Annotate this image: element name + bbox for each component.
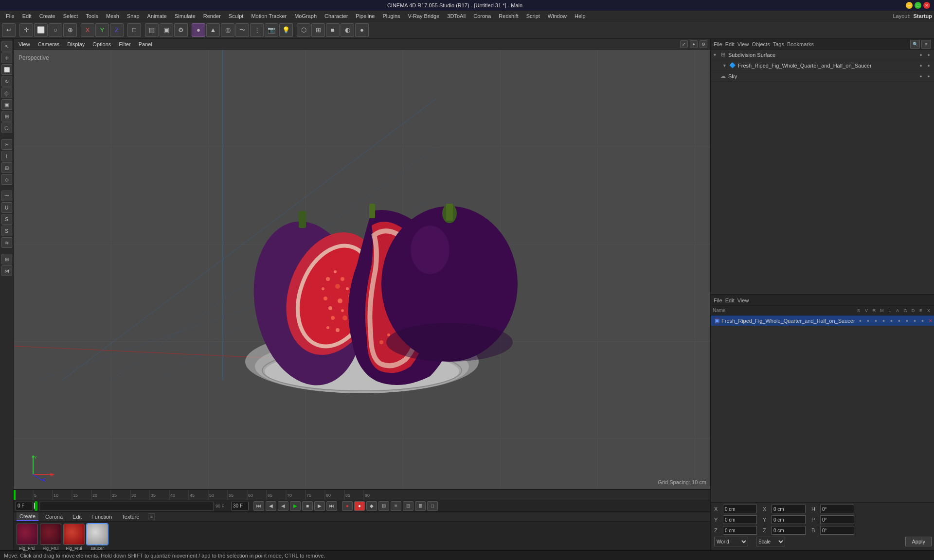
apply-button[interactable]: Apply	[905, 537, 932, 546]
display-mode-4[interactable]: ◐	[341, 23, 354, 37]
menu-3dto[interactable]: 3DToAll	[443, 12, 469, 20]
sphere-primitive[interactable]: ●	[192, 23, 205, 37]
obj-item-fig[interactable]: ▼ 🔷 Fresh_Riped_Fig_Whole_Quarter_and_Ha…	[711, 60, 934, 71]
sidebar-pointer[interactable]: ↖	[1, 41, 12, 52]
obj-item-subdivision[interactable]: ▼ ⊞ Subdivision Surface ● ●	[711, 50, 934, 60]
vp-menu-filter[interactable]: Filter	[117, 40, 132, 48]
sidebar-brush[interactable]: S	[1, 214, 12, 225]
record-params-button[interactable]: ●	[354, 501, 365, 511]
x-axis[interactable]: X	[81, 23, 94, 37]
maximize-button[interactable]: □	[915, 2, 921, 9]
sidebar-sym[interactable]: ⋈	[1, 265, 12, 276]
sidebar-s2[interactable]: S	[1, 226, 12, 236]
material-item-3[interactable]: Fig_Frui	[63, 524, 85, 551]
play-reverse-button[interactable]: ◀	[278, 501, 288, 511]
obj-sky-vis[interactable]: ●	[917, 73, 924, 80]
torus-primitive[interactable]: ◎	[221, 23, 234, 37]
menu-script[interactable]: Script	[522, 12, 544, 20]
sidebar-knife[interactable]: ✂	[1, 139, 12, 150]
prev-frame-button[interactable]: ◀	[266, 501, 276, 511]
obj-visible-btn[interactable]: ●	[917, 52, 924, 58]
deformer-tool[interactable]: ⋮	[250, 23, 264, 37]
menu-corona[interactable]: Corona	[469, 12, 495, 20]
display-mode-5[interactable]: ●	[355, 23, 369, 37]
menu-create[interactable]: Create	[36, 12, 59, 20]
coord-z-size[interactable]	[772, 526, 806, 535]
sidebar-move[interactable]: ✛	[1, 52, 12, 63]
attr-edit-btn[interactable]: Edit	[725, 298, 735, 303]
render-region[interactable]: ▤	[145, 23, 159, 37]
obj-render-btn[interactable]: ●	[925, 52, 932, 58]
sidebar-s3[interactable]: ≋	[1, 237, 12, 248]
coord-h-val[interactable]	[820, 505, 854, 513]
vp-menu-panel[interactable]: Panel	[137, 40, 154, 48]
timeline-ruler[interactable]: 5 10 15 20 25 30 35 40 45	[14, 490, 710, 500]
fps-display[interactable]	[231, 502, 249, 510]
menu-help[interactable]: Help	[571, 12, 590, 20]
mat-tab-function[interactable]: Function	[89, 513, 115, 521]
menu-mesh[interactable]: Mesh	[102, 12, 123, 20]
world-select[interactable]: World	[714, 537, 748, 546]
undo-button[interactable]: ↩	[2, 23, 16, 37]
stop-button[interactable]: ■	[302, 501, 313, 511]
camera-tool[interactable]: 📷	[265, 23, 278, 37]
obj-view-btn[interactable]: View	[737, 41, 749, 47]
cone-primitive[interactable]: ▲	[206, 23, 220, 37]
go-start-button[interactable]: ⏮	[253, 501, 264, 511]
mini-timeline-slider[interactable]: ▎	[35, 501, 37, 511]
sidebar-extrude[interactable]: ⊞	[1, 162, 12, 173]
material-item-saucer[interactable]: saucer	[87, 524, 108, 551]
sidebar-poly-sel[interactable]: ⬡	[1, 122, 12, 133]
vp-menu-display[interactable]: Display	[65, 40, 87, 48]
vp-expand[interactable]: ⤢	[680, 40, 688, 48]
vp-menu-view[interactable]: View	[17, 40, 32, 48]
material-item-2[interactable]: Fig_Frui	[40, 524, 61, 551]
sidebar-live-sel[interactable]: ◎	[1, 88, 12, 98]
obj-fig-vis[interactable]: ●	[917, 62, 924, 69]
coord-p-val[interactable]	[820, 515, 854, 524]
menu-edit[interactable]: Edit	[18, 12, 36, 20]
obj-objects-btn[interactable]: Objects	[752, 41, 770, 47]
current-frame-input[interactable]	[16, 502, 33, 510]
attr-view-btn[interactable]: View	[737, 298, 749, 303]
sidebar-scale[interactable]: ⬜	[1, 64, 12, 75]
display-mode-2[interactable]: ⊞	[311, 23, 325, 37]
mat-tab-texture[interactable]: Texture	[119, 513, 142, 521]
display-mode-3[interactable]: ■	[326, 23, 340, 37]
timeline-mode5[interactable]: □	[427, 501, 438, 511]
close-button[interactable]: ✕	[923, 2, 930, 9]
obj-item-sky[interactable]: ☁ Sky ● ●	[711, 71, 934, 82]
vp-render[interactable]: ●	[690, 40, 698, 48]
obj-bookmarks-btn[interactable]: Bookmarks	[787, 41, 814, 47]
sidebar-loop-sel[interactable]: ⊞	[1, 111, 12, 122]
z-axis[interactable]: Z	[110, 23, 124, 37]
sidebar-spline-draw[interactable]: 〜	[1, 191, 12, 201]
menu-plugins[interactable]: Plugins	[378, 12, 404, 20]
render-active[interactable]: ▣	[160, 23, 173, 37]
play-button[interactable]: ▶	[290, 501, 301, 511]
menu-character[interactable]: Character	[321, 12, 352, 20]
scale-tool[interactable]: ⬜	[34, 23, 48, 37]
coord-y-pos[interactable]	[723, 515, 757, 524]
playhead-slider[interactable]	[39, 502, 214, 510]
sidebar-rotate[interactable]: ↻	[1, 76, 12, 87]
obj-file-btn[interactable]: File	[714, 41, 722, 47]
material-item-1[interactable]: Fig_Frui	[17, 524, 38, 551]
keyframe-button[interactable]: ◆	[366, 501, 377, 511]
menu-redshift[interactable]: Redshift	[495, 12, 522, 20]
coord-b-val[interactable]	[820, 526, 854, 535]
obj-fig-rend[interactable]: ●	[925, 62, 932, 69]
sidebar-grid[interactable]: ⊞	[1, 254, 12, 264]
menu-tools[interactable]: Tools	[82, 12, 102, 20]
menu-mograph[interactable]: MoGraph	[290, 12, 321, 20]
vp-menu-cameras[interactable]: Cameras	[36, 40, 62, 48]
render-settings[interactable]: ⚙	[174, 23, 188, 37]
obj-edit-btn[interactable]: Edit	[725, 41, 735, 47]
mat-tab-corona[interactable]: Corona	[42, 513, 66, 521]
coord-x-pos[interactable]	[723, 505, 757, 513]
attr-file-btn[interactable]: File	[714, 298, 722, 303]
viewport[interactable]: Perspective	[14, 50, 710, 489]
coord-y-size[interactable]	[772, 515, 806, 524]
menu-render[interactable]: Render	[199, 12, 225, 20]
spline-tool[interactable]: 〜	[235, 23, 249, 37]
